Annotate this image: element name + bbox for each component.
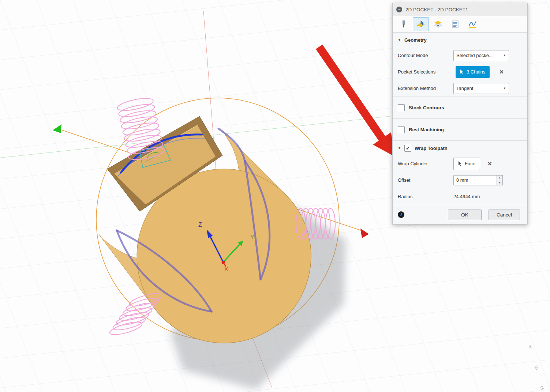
contour-mode-row: Contour Mode Selected pocke... ▼ xyxy=(393,47,527,64)
geometry-icon xyxy=(416,20,425,29)
checkmark-icon: ✓ xyxy=(406,146,410,151)
stock-contours-label: Stock Contours xyxy=(409,105,444,110)
geometry-section-header[interactable]: ▼ Geometry xyxy=(393,33,527,47)
geometry-header-label: Geometry xyxy=(404,37,427,43)
clear-wrap-cylinder-icon[interactable]: ✕ xyxy=(487,161,492,167)
dialog-collapse-icon[interactable]: − xyxy=(396,7,402,12)
wrap-cylinder-label: Wrap Cylinder xyxy=(398,161,453,166)
info-icon[interactable]: i xyxy=(398,211,404,218)
2d-pocket-dialog: − 2D POCKET : 2D POCKET1 xyxy=(392,3,528,225)
contour-mode-select[interactable]: Selected pocke... ▼ xyxy=(453,50,509,61)
stock-contours-row: Stock Contours xyxy=(393,97,527,118)
heights-icon xyxy=(434,20,442,29)
spinner-up-icon[interactable]: ▲ xyxy=(497,176,502,181)
stock-contours-checkbox[interactable] xyxy=(398,104,405,111)
offset-input[interactable] xyxy=(453,175,497,185)
rest-machining-row: Rest Machining xyxy=(393,119,527,140)
cursor-icon xyxy=(460,69,464,75)
collapse-triangle-icon[interactable]: ▼ xyxy=(398,38,401,42)
linking-icon xyxy=(468,20,477,29)
dialog-title: 2D POCKET : 2D POCKET1 xyxy=(405,7,468,12)
collapse-triangle-icon[interactable]: ▼ xyxy=(398,146,401,150)
radius-row: Radius 24.4944 mm xyxy=(393,188,527,205)
tab-passes[interactable] xyxy=(447,17,463,31)
tab-heights[interactable] xyxy=(430,17,446,31)
wrap-toolpath-section-header[interactable]: ▼ ✓ Wrap Toolpath xyxy=(393,141,527,155)
dialog-tab-strip xyxy=(393,16,527,33)
axis-label-y: Y xyxy=(250,234,254,240)
offset-spinner[interactable]: ▲ ▼ xyxy=(497,175,503,185)
extension-method-row: Extension Method Tangent ▼ xyxy=(393,80,527,97)
tool-icon xyxy=(399,20,408,29)
offset-label: Offset xyxy=(398,177,453,183)
cursor-icon xyxy=(458,161,462,166)
wrap-cylinder-button[interactable]: Face xyxy=(453,158,480,170)
extension-method-select[interactable]: Tangent ▼ xyxy=(453,83,509,94)
tab-linking[interactable] xyxy=(464,17,480,31)
extension-method-label: Extension Method xyxy=(398,86,453,91)
ok-button[interactable]: OK xyxy=(448,210,482,220)
chevron-down-icon: ▼ xyxy=(503,87,506,90)
wrap-toolpath-checkbox[interactable]: ✓ xyxy=(404,145,411,152)
wrap-toolpath-label: Wrap Toolpath xyxy=(415,146,448,151)
dialog-footer: i OK Cancel xyxy=(393,205,527,224)
info-glyph: i xyxy=(400,212,401,218)
spinner-down-icon[interactable]: ▼ xyxy=(497,180,502,185)
chevron-down-icon: ▼ xyxy=(503,54,506,57)
tab-tool[interactable] xyxy=(396,17,412,31)
pocket-selections-label: Pocket Selections xyxy=(398,69,453,75)
pocket-selections-button[interactable]: 3 Chains xyxy=(456,66,490,78)
clear-pocket-selections-icon[interactable]: ✕ xyxy=(499,69,504,75)
radius-value: 24.4944 mm xyxy=(453,194,480,199)
pocket-selections-row: Pocket Selections 3 Chains ✕ xyxy=(393,64,527,80)
cancel-button[interactable]: Cancel xyxy=(489,210,520,220)
axis-label-z: Z xyxy=(198,222,202,228)
tab-geometry[interactable] xyxy=(413,17,429,31)
offset-row: Offset ▲ ▼ xyxy=(393,172,527,188)
wrap-cylinder-value: Face xyxy=(465,161,475,166)
contour-mode-label: Contour Mode xyxy=(398,53,453,58)
wrap-cylinder-row: Wrap Cylinder Face ✕ xyxy=(393,155,527,172)
radius-label: Radius xyxy=(398,194,453,199)
extension-method-value: Tangent xyxy=(456,86,501,91)
pocket-selections-count: 3 Chains xyxy=(467,69,485,75)
axis-label-x: X xyxy=(224,266,228,272)
minus-glyph: − xyxy=(398,7,400,12)
contour-mode-value: Selected pocke... xyxy=(456,53,501,58)
dialog-titlebar[interactable]: − 2D POCKET : 2D POCKET1 xyxy=(393,3,527,16)
rest-machining-label: Rest Machining xyxy=(409,127,444,132)
rest-machining-checkbox[interactable] xyxy=(398,126,405,133)
passes-icon xyxy=(451,20,460,29)
